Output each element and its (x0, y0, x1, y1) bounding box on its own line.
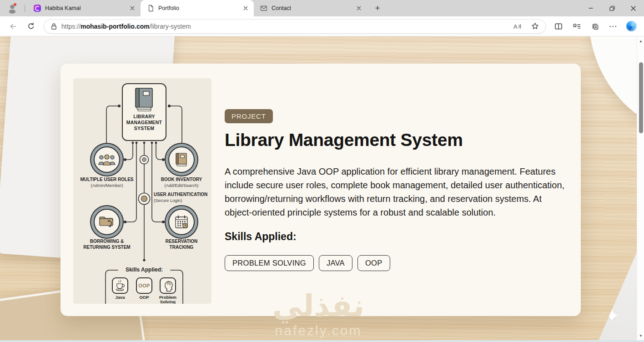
label-user-roles: MULTIPLE USER ROLES (Admin/Member) (80, 176, 133, 188)
settings-menu-button[interactable]: ⋯ (605, 19, 621, 34)
favorite-star-button[interactable] (528, 20, 542, 33)
page-title: Library Management System (225, 130, 463, 150)
minimize-button[interactable] (580, 0, 601, 16)
url-scheme: https:// (61, 23, 80, 30)
ellipsis-icon: ⋯ (609, 21, 618, 31)
label-user-auth: USER AUTHENTICATION (Secure Login) (154, 191, 207, 203)
page-content: ✦ (0, 36, 644, 342)
restore-button[interactable] (601, 0, 623, 16)
tab-label: Contact (272, 5, 351, 11)
diagram-center-title: LIBRARY MANAGEMENT SYSTEM (126, 114, 162, 131)
diagram-skills-label: Skills Applied: (126, 267, 163, 273)
scroll-down-arrow[interactable]: ▼ (637, 332, 644, 339)
project-description: A comprehensive Java OOP application for… (225, 165, 565, 219)
browser-tab-bar: Habiba Kamal Portfolio Contact + (0, 0, 644, 16)
scroll-up-arrow[interactable]: ▲ (637, 37, 644, 45)
collections-button[interactable] (587, 19, 603, 34)
copilot-button[interactable] (623, 19, 639, 34)
oop-text-icon: OOP (138, 283, 150, 288)
label-java: Java (115, 295, 125, 300)
diagram-skill-problem (160, 277, 176, 294)
browser-toolbar: https://mohasib-portfolio.com/library-sy… (0, 16, 644, 36)
users-icon (98, 153, 116, 166)
profile-avatar-icon (6, 2, 18, 14)
new-tab-button[interactable]: + (371, 1, 384, 15)
diagram-node-borrowing (94, 209, 120, 235)
tab-close-icon[interactable] (241, 5, 249, 12)
close-window-button[interactable] (623, 0, 644, 16)
scrollbar[interactable]: ▲ ▼ (637, 36, 644, 342)
address-bar[interactable]: https://mohasib-portfolio.com/library-sy… (44, 19, 546, 34)
book-icon (175, 152, 188, 167)
skill-badge-problem-solving: PROBLEM SOLVING (225, 255, 314, 271)
tab-label: Habiba Kamal (45, 5, 124, 11)
skill-badge-row: PROBLEM SOLVING JAVA OOP (225, 255, 390, 271)
project-badge: PROJECT (225, 109, 273, 123)
read-aloud-button[interactable]: A (510, 20, 524, 33)
label-problem-solving: Problem Solving (159, 295, 176, 304)
tab-divider (25, 5, 25, 12)
favorites-list-button[interactable] (569, 19, 585, 34)
url-text: https://mohasib-portfolio.com/library-sy… (61, 23, 506, 30)
folder-return-icon (98, 215, 116, 229)
diagram-skill-java (112, 277, 128, 294)
star-icon (531, 22, 539, 30)
diagram-skill-oop: OOP (136, 277, 152, 294)
lock-icon (50, 23, 57, 30)
label-oop: OOP (139, 295, 149, 300)
bottom-edge-strip (0, 340, 644, 342)
calendar-clock-icon (174, 215, 189, 229)
skills-heading: Skills Applied: (225, 231, 297, 243)
diagram-center-node: LIBRARY MANAGEMENT SYSTEM (122, 83, 166, 141)
habiba-site-icon (34, 5, 41, 12)
split-screen-button[interactable] (550, 19, 567, 34)
tab-habiba-kamal[interactable]: Habiba Kamal (27, 0, 141, 16)
scrollbar-thumb[interactable] (639, 62, 643, 133)
tab-label: Portfolio (158, 5, 237, 11)
decor-paper-top-right (589, 36, 644, 139)
thinking-head-icon (163, 280, 173, 292)
project-diagram: LIBRARY MANAGEMENT SYSTEM (73, 78, 211, 304)
tab-contact[interactable]: Contact (254, 0, 367, 16)
browser-window: Habiba Kamal Portfolio Contact + (0, 0, 644, 342)
label-book-inventory: BOOK INVENTORY (Add/Edit/Search) (161, 176, 202, 188)
copilot-icon (626, 21, 637, 31)
read-aloud-icon: A (513, 23, 518, 30)
sparkle-icon: ✦ (604, 305, 620, 327)
url-domain: mohasib-portfolio.com (80, 23, 150, 30)
skill-badge-oop: OOP (357, 255, 390, 271)
profile-button[interactable] (0, 0, 25, 16)
tab-close-icon[interactable] (355, 5, 362, 12)
window-controls (580, 0, 644, 16)
watermark-latin: nafezly.com (272, 323, 364, 338)
label-borrowing: BORROWING & RETURNING SYSTEM (83, 238, 130, 250)
diagram-node-user-roles (94, 146, 120, 173)
envelope-icon (260, 5, 267, 12)
book-icon (134, 87, 155, 112)
java-coffee-icon (114, 280, 126, 292)
diagram-node-book-inventory (168, 146, 195, 173)
back-button[interactable] (5, 19, 21, 34)
diagram-node-reservation (168, 209, 195, 235)
label-reservation: RESERVATION TRACKING (166, 238, 198, 250)
url-path: /library-system (150, 23, 191, 30)
tab-close-icon[interactable] (128, 5, 136, 12)
refresh-button[interactable] (23, 19, 39, 34)
document-icon (147, 5, 154, 12)
skill-badge-java: JAVA (319, 255, 352, 271)
project-card: LIBRARY MANAGEMENT SYSTEM (60, 64, 581, 316)
tab-portfolio[interactable]: Portfolio (141, 0, 254, 16)
